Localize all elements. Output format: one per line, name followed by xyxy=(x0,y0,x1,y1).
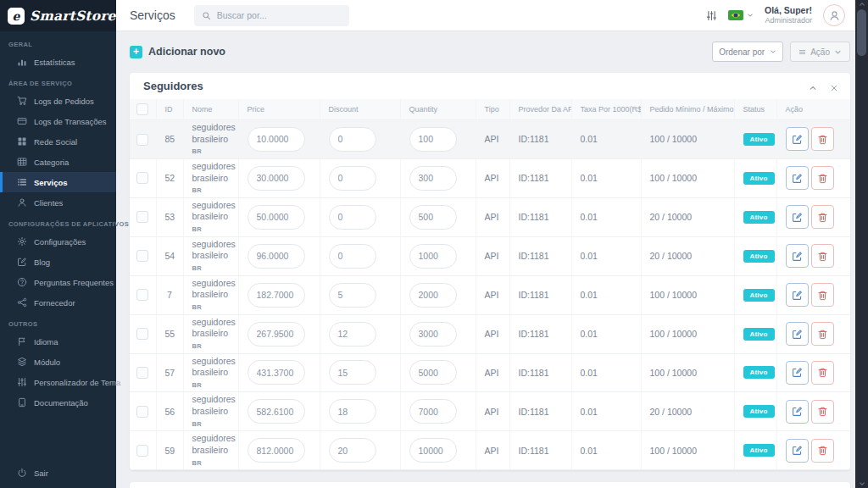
quantity-input[interactable] xyxy=(409,283,457,308)
delete-button[interactable] xyxy=(811,205,834,229)
sliders-icon[interactable] xyxy=(706,10,717,21)
discount-input[interactable] xyxy=(329,283,376,308)
sidebar-item-modulo[interactable]: Módulo xyxy=(0,352,116,372)
quantity-input[interactable] xyxy=(409,166,457,191)
row-checkbox[interactable] xyxy=(136,134,148,146)
quantity-input[interactable] xyxy=(409,438,457,463)
delete-button[interactable] xyxy=(811,127,834,151)
price-input[interactable] xyxy=(248,360,305,385)
status-badge: Ativo xyxy=(743,328,775,341)
price-input[interactable] xyxy=(248,322,305,347)
delete-button[interactable] xyxy=(811,283,834,307)
action-button[interactable]: Ação xyxy=(790,42,850,62)
sidebar-item-configuracoes[interactable]: Configurações xyxy=(0,231,116,252)
discount-input[interactable] xyxy=(329,322,376,347)
row-checkbox[interactable] xyxy=(136,211,148,223)
scrollbar-thumb[interactable] xyxy=(857,9,866,56)
delete-button[interactable] xyxy=(811,439,834,463)
price-input[interactable] xyxy=(248,127,305,152)
sidebar-item-idioma[interactable]: Idioma xyxy=(0,331,116,352)
avatar[interactable] xyxy=(823,4,845,26)
sidebar-section-label: OUTROS xyxy=(0,313,116,331)
edit-button[interactable] xyxy=(786,244,809,268)
cell-nome: seguidores brasileiro BR xyxy=(183,431,238,470)
price-input[interactable] xyxy=(248,244,305,269)
table-row: 85seguidores brasileiro BRAPIID:11810.01… xyxy=(130,120,850,159)
cell-status: Ativo xyxy=(734,158,776,197)
edit-button[interactable] xyxy=(786,283,809,307)
delete-button[interactable] xyxy=(811,244,834,268)
price-input[interactable] xyxy=(248,205,305,230)
quantity-input[interactable] xyxy=(409,399,457,424)
edit-button[interactable] xyxy=(786,400,809,424)
scrollbar-down-arrow[interactable] xyxy=(855,480,868,488)
discount-input[interactable] xyxy=(329,205,376,230)
discount-input[interactable] xyxy=(329,399,376,424)
delete-button[interactable] xyxy=(811,400,834,424)
discount-input[interactable] xyxy=(329,438,376,463)
cell-quantity xyxy=(400,158,476,197)
delete-button[interactable] xyxy=(811,361,834,385)
price-input[interactable] xyxy=(248,438,305,463)
scrollbar[interactable] xyxy=(855,0,868,488)
add-new-button[interactable]: + Adicionar novo xyxy=(130,46,225,58)
cell-taxa: 0.01 xyxy=(571,236,641,275)
sidebar-item-estatisticas[interactable]: Estatísticas xyxy=(0,52,116,72)
sidebar-item-personalizador-de-tema[interactable]: Personalizador de Tema xyxy=(0,372,116,392)
discount-input[interactable] xyxy=(329,127,376,152)
row-checkbox[interactable] xyxy=(136,172,148,184)
order-by-select[interactable]: Ordenar por xyxy=(712,42,783,62)
price-input[interactable] xyxy=(248,399,305,424)
close-card-button[interactable] xyxy=(830,82,838,91)
search-input[interactable] xyxy=(217,10,342,20)
quantity-input[interactable] xyxy=(409,127,457,152)
quantity-input[interactable] xyxy=(409,360,457,385)
sidebar-item-servicos[interactable]: Serviços xyxy=(0,172,116,192)
sidebar-item-logs-de-transacoes[interactable]: Logs de Transações xyxy=(0,111,116,131)
sidebar-item-clientes[interactable]: Clientes xyxy=(0,192,116,213)
row-checkbox[interactable] xyxy=(136,367,148,379)
delete-button[interactable] xyxy=(811,166,834,190)
app-logo[interactable]: e SmartStore xyxy=(0,0,116,31)
edit-icon xyxy=(792,251,803,262)
sidebar-item-blog[interactable]: Blog xyxy=(0,252,116,272)
cell-provedor: ID:1181 xyxy=(509,353,571,392)
collapse-card-button[interactable] xyxy=(809,82,817,91)
discount-input[interactable] xyxy=(329,166,376,191)
row-checkbox[interactable] xyxy=(136,250,148,262)
sidebar-item-logs-de-pedidos[interactable]: Logs de Pedidos xyxy=(0,91,116,111)
row-checkbox[interactable] xyxy=(136,406,148,418)
cell-pedido: 100 / 10000 xyxy=(641,314,734,353)
scrollbar-up-arrow[interactable] xyxy=(855,0,868,8)
price-input[interactable] xyxy=(248,283,305,308)
edit-button[interactable] xyxy=(786,322,809,346)
card-title: Seguidores xyxy=(143,80,203,92)
delete-button[interactable] xyxy=(811,322,834,346)
quantity-input[interactable] xyxy=(409,244,457,269)
sidebar-item-fornecedor[interactable]: Fornecedor xyxy=(0,292,116,313)
sidebar-item-label: Categoria xyxy=(34,158,69,167)
language-selector[interactable] xyxy=(728,10,754,20)
discount-input[interactable] xyxy=(329,360,376,385)
sidebar-item-rede-social[interactable]: Rede Social xyxy=(0,131,116,152)
discount-input[interactable] xyxy=(329,244,376,269)
sidebar-item-categoria[interactable]: Categoria xyxy=(0,152,116,172)
row-checkbox[interactable] xyxy=(136,289,148,301)
edit-button[interactable] xyxy=(786,205,809,229)
edit-button[interactable] xyxy=(786,361,809,385)
sidebar-item-perguntas-frequentes[interactable]: Perguntas Frequentes xyxy=(0,272,116,292)
trash-icon xyxy=(817,367,828,378)
edit-button[interactable] xyxy=(786,439,809,463)
sidebar-item-documentacao[interactable]: Documentação xyxy=(0,392,116,413)
row-checkbox[interactable] xyxy=(136,328,148,340)
quantity-input[interactable] xyxy=(409,322,457,347)
column-header-price: Price xyxy=(238,99,320,120)
select-all-checkbox[interactable] xyxy=(136,103,148,115)
price-input[interactable] xyxy=(248,166,305,191)
edit-button[interactable] xyxy=(786,166,809,190)
edit-button[interactable] xyxy=(786,127,809,151)
sidebar-item-sair[interactable]: Sair xyxy=(0,463,116,483)
cell-taxa: 0.01 xyxy=(571,120,641,159)
row-checkbox[interactable] xyxy=(136,445,148,457)
quantity-input[interactable] xyxy=(409,205,457,230)
